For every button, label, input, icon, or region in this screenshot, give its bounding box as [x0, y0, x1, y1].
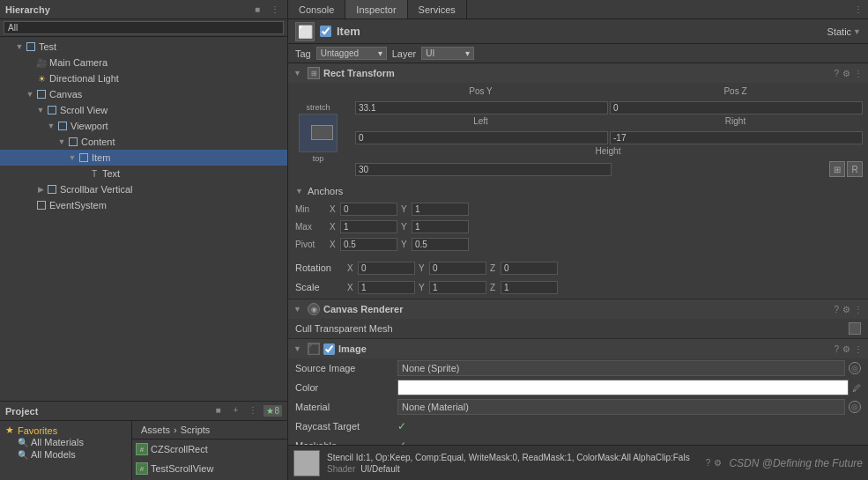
anchors-max-x-input[interactable] — [340, 220, 397, 233]
scale-y-input[interactable] — [429, 281, 486, 294]
image-active-checkbox[interactable] — [323, 343, 335, 355]
status-settings-icon[interactable]: ⚙ — [714, 458, 722, 468]
tree-item-content[interactable]: ▼ Content — [0, 134, 287, 150]
lock-icon[interactable]: ■ — [250, 4, 264, 14]
breadcrumb-separator: › — [174, 425, 177, 435]
anchors-max-label: Max — [295, 222, 326, 232]
fav-all-models[interactable]: 🔍 All Models — [5, 448, 126, 461]
project-icon-1[interactable]: + — [228, 405, 242, 417]
status-color-box — [293, 450, 320, 476]
material-picker[interactable]: ◎ — [849, 401, 861, 413]
left-input[interactable] — [355, 131, 608, 144]
img-help-icon[interactable]: ? — [834, 344, 839, 354]
tree-item-directional-light[interactable]: ☀ Directional Light — [0, 70, 287, 86]
tree-item-main-camera[interactable]: 🎥 Main Camera — [0, 55, 287, 70]
active-checkbox[interactable] — [320, 26, 331, 37]
tree-item-test[interactable]: ▼ Test — [0, 39, 287, 55]
anchors-pivot-y-group: Y — [401, 238, 469, 251]
scale-z-input[interactable] — [501, 281, 558, 294]
asset-testscrollview[interactable]: # TestScrollView — [136, 462, 213, 475]
status-icons-area: ? ⚙ — [706, 458, 723, 468]
tab-services[interactable]: Services — [408, 0, 467, 18]
cr-settings-icon[interactable]: ⚙ — [842, 305, 850, 314]
anchors-min-x-input[interactable] — [340, 203, 397, 216]
material-field[interactable]: None (Material) — [397, 399, 845, 415]
anchors-min-y-input[interactable] — [412, 203, 469, 216]
tree-item-item[interactable]: ▼ Item — [0, 150, 287, 166]
tree-item-event-system[interactable]: EventSystem — [0, 197, 287, 213]
source-image-picker[interactable]: ◎ — [849, 362, 861, 374]
color-field[interactable] — [397, 380, 849, 395]
tree-item-canvas[interactable]: ▼ Canvas — [0, 86, 287, 102]
right-input[interactable] — [610, 131, 863, 144]
fav-all-materials[interactable]: 🔍 All Materials — [5, 436, 126, 448]
rotation-z-input[interactable] — [501, 262, 558, 275]
raycast-check[interactable]: ✓ — [397, 420, 406, 432]
rt-help-icon[interactable]: ? — [834, 69, 839, 78]
scale-z-group: Z — [490, 281, 558, 294]
shader-row: Shader UI/Default — [327, 464, 699, 474]
eyedropper-icon[interactable]: 🖉 — [852, 383, 861, 393]
star-icon: ★ — [5, 425, 14, 436]
rt-left-right-row — [345, 131, 864, 144]
tree-item-scrollbar-vertical[interactable]: ▶ Scrollbar Vertical — [0, 181, 287, 197]
height-input[interactable] — [355, 163, 612, 176]
anchors-subsection: ▼ Anchors Min X Y — [288, 181, 868, 256]
cr-more-icon[interactable]: ⋮ — [854, 305, 863, 314]
img-settings-icon[interactable]: ⚙ — [842, 344, 850, 354]
rotation-y-input[interactable] — [429, 262, 486, 275]
canvas-renderer-title: Canvas Renderer — [323, 304, 830, 314]
anchors-pivot-x-input[interactable] — [340, 238, 397, 251]
rt-r-btn-area: ⊞ R — [613, 161, 863, 177]
image-section-header[interactable]: ▼ ⬛ Image ? ⚙ ⋮ — [288, 339, 868, 358]
project-icon-2[interactable]: ⋮ — [246, 405, 260, 417]
img-more-icon[interactable]: ⋮ — [854, 344, 863, 354]
cull-checkbox[interactable] — [849, 322, 861, 335]
pos-y-input[interactable] — [355, 101, 608, 114]
panel-options[interactable]: ⋮ — [849, 3, 868, 16]
status-text-area: Stencil Id:1, Op:Keep, Comp:Equal, Write… — [327, 453, 699, 474]
scale-x-input[interactable] — [358, 281, 415, 294]
inspector-item-header: ⬜ Item Static ▼ — [288, 19, 868, 44]
hierarchy-search-input[interactable] — [4, 21, 284, 34]
static-toggle[interactable]: Static ▼ — [827, 26, 861, 37]
rt-expand-icon: ▼ — [293, 69, 304, 78]
anchors-pivot-y-input[interactable] — [412, 238, 469, 251]
canvas-renderer-header[interactable]: ▼ ◉ Canvas Renderer ? ⚙ ⋮ — [288, 299, 868, 319]
cr-help-icon[interactable]: ? — [834, 305, 839, 314]
tree-item-text[interactable]: T Text — [0, 166, 287, 181]
tree-item-scroll-view[interactable]: ▼ Scroll View — [0, 102, 287, 118]
rt-r-btn[interactable]: R — [847, 161, 863, 177]
anchors-header[interactable]: ▼ Anchors — [295, 182, 861, 200]
tab-inspector[interactable]: Inspector — [345, 0, 407, 18]
rt-anchor-preview[interactable] — [299, 114, 338, 152]
rotation-area: Rotation X Y Z — [288, 256, 868, 299]
project-title: Project — [5, 406, 38, 417]
tag-label: Tag — [295, 48, 311, 59]
tab-console[interactable]: Console — [288, 0, 345, 18]
project-lock-icon[interactable]: ■ — [211, 405, 225, 417]
object-icon-box: ⬜ — [295, 22, 315, 41]
rt-grid-btn[interactable]: ⊞ — [829, 161, 845, 177]
status-help-icon[interactable]: ? — [706, 458, 711, 468]
shader-label: Shader — [327, 464, 355, 474]
cube-icon-item — [78, 151, 90, 164]
rt-settings-icon[interactable]: ⚙ — [842, 69, 850, 78]
source-image-field[interactable]: None (Sprite) — [397, 360, 845, 376]
pos-z-input[interactable] — [610, 101, 863, 114]
raycast-label: Raycast Target — [295, 421, 392, 432]
tree-arrow-scroll-view: ▼ — [35, 106, 46, 114]
scale-z-prefix: Z — [490, 283, 499, 292]
hierarchy-tree: ▼ Test 🎥 Main Camera ☀ Directional Light — [0, 37, 287, 401]
rotation-x-input[interactable] — [358, 262, 415, 275]
tag-dropdown[interactable]: Untagged ▾ — [316, 47, 387, 60]
tree-item-viewport[interactable]: ▼ Viewport — [0, 118, 287, 134]
asset-czscrollrect[interactable]: # CZScrollRect — [136, 443, 208, 455]
anchors-max-y-input[interactable] — [412, 220, 469, 233]
rt-more-icon[interactable]: ⋮ — [854, 69, 863, 78]
rect-transform-header[interactable]: ▼ ⊞ Rect Transform ? ⚙ ⋮ — [288, 63, 868, 83]
menu-icon[interactable]: ⋮ — [268, 4, 282, 14]
layer-dropdown[interactable]: UI ▾ — [421, 47, 474, 60]
favorites-title[interactable]: ★ Favorites — [5, 425, 126, 436]
stencil-text: Stencil Id:1, Op:Keep, Comp:Equal, Write… — [327, 453, 699, 462]
